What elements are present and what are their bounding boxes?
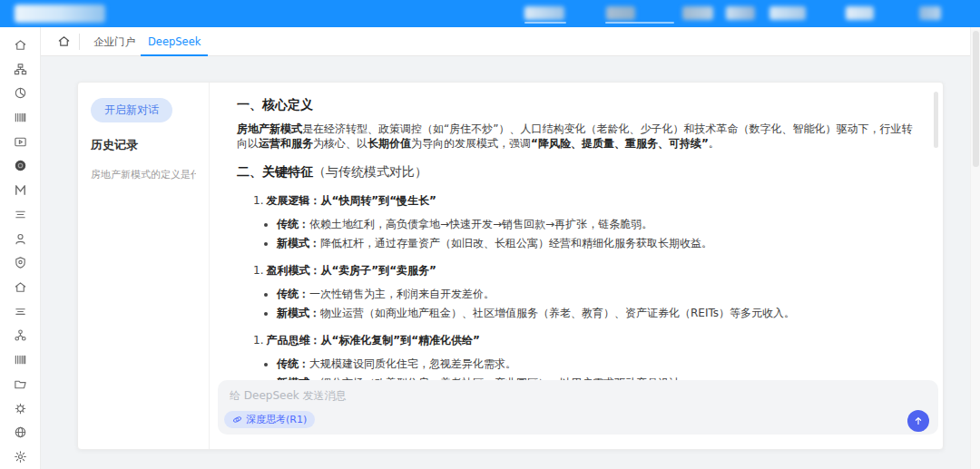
arrow-up-icon: [913, 415, 924, 426]
list-item-title: 1.盈利模式：从“卖房子”到“卖服务”: [253, 263, 919, 278]
tab-enterprise-portal[interactable]: 企业门户: [93, 27, 135, 56]
deep-think-toggle[interactable]: 深度思考(R1): [224, 411, 315, 428]
tab-deepseek[interactable]: DeepSeek: [148, 27, 201, 56]
media-folder-icon[interactable]: [0, 130, 41, 154]
bullet-list: 传统：依赖土地红利，高负债拿地→快速开发→销售回款→再扩张，链条脆弱。 新模式：…: [277, 217, 919, 250]
bullet: 传统：一次性销售为主，利润来自开发差价。: [277, 287, 919, 301]
page-scrollbar-thumb[interactable]: [973, 31, 979, 167]
definition-paragraph: 房地产新模式是在经济转型、政策调控（如“房住不炒”）、人口结构变化（老龄化、少子…: [237, 122, 919, 151]
globe-icon[interactable]: [0, 421, 41, 445]
pie-chart-icon[interactable]: [0, 81, 41, 105]
home-icon[interactable]: [0, 33, 41, 57]
gear-badge-icon[interactable]: [0, 396, 41, 421]
blurred-nav-item[interactable]: [682, 6, 713, 20]
menu-list-icon[interactable]: [0, 202, 41, 227]
tab-divider: [79, 34, 80, 50]
bullet-list: 传统：一次性销售为主，利润来自开发差价。 新模式：物业运营（如商业地产租金）、社…: [277, 287, 919, 320]
blurred-nav-item[interactable]: [769, 6, 806, 20]
page-scrollbar[interactable]: [970, 27, 980, 469]
bullet: 传统：大规模建设同质化住宅，忽视差异化需求。: [277, 357, 919, 371]
app-logo: [15, 5, 105, 23]
barcode-icon[interactable]: [0, 105, 41, 130]
list-item-title: 1.发展逻辑：从“快周转”到“慢生长”: [253, 193, 919, 209]
history-item[interactable]: 房地产新模式的定义是什么: [91, 168, 196, 181]
assistant-message: 一、核心定义 房地产新模式是在经济转型、政策调控（如“房住不炒”）、人口结构变化…: [210, 83, 943, 382]
folder-open-icon[interactable]: [0, 372, 41, 396]
nav-underline: [524, 22, 566, 24]
brand-dot-icon[interactable]: [0, 154, 41, 179]
bullet: 新模式：降低杠杆，通过存量资产（如旧改、长租公寓）经营和精细化服务获取长期收益。: [277, 236, 919, 250]
section-heading: 一、核心定义: [237, 97, 919, 113]
history-title: 历史记录: [91, 137, 196, 153]
shield-icon[interactable]: [0, 250, 41, 275]
blurred-nav-item[interactable]: [726, 6, 755, 20]
page-background: 开启新对话 历史记录 房地产新模式的定义是什么 一、核心定义 房地产新模式是在经…: [41, 56, 980, 469]
settings-gear-icon[interactable]: [0, 445, 41, 469]
tab-home-icon[interactable]: [57, 34, 74, 51]
user-icon[interactable]: [0, 227, 41, 251]
blurred-nav-item[interactable]: [524, 6, 564, 20]
app-header: [0, 0, 980, 27]
new-chat-button[interactable]: 开启新对话: [91, 98, 172, 122]
bullet-list: 传统：大规模建设同质化住宅，忽视差异化需求。 新模式：细分市场（改善型住房、养老…: [277, 357, 919, 382]
blurred-nav-item[interactable]: [919, 6, 941, 20]
org-chart-icon[interactable]: [0, 57, 41, 82]
message-input[interactable]: 给 DeepSeek 发送消息 深度思考(R1): [218, 380, 938, 435]
layers-icon[interactable]: [0, 299, 41, 324]
chat-pane: 一、核心定义 房地产新模式是在经济转型、政策调控（如“房住不炒”）、人口结构变化…: [210, 83, 943, 449]
list-item-title: 1.产品思维：从“标准化复制”到“精准化供给”: [253, 333, 919, 348]
message-scrollbar[interactable]: [934, 92, 938, 148]
tab-bar: 企业门户 DeepSeek: [41, 27, 980, 56]
left-icon-sidebar: [0, 27, 41, 469]
bullet: 传统：依赖土地红利，高负债拿地→快速开发→销售回款→再扩张，链条脆弱。: [277, 217, 919, 231]
bullet: 新模式：物业运营（如商业地产租金）、社区增值服务（养老、教育）、资产证券化（RE…: [277, 306, 919, 320]
network-icon[interactable]: [0, 324, 41, 348]
metro-m-icon[interactable]: [0, 178, 41, 202]
barcode-alt-icon[interactable]: [0, 347, 41, 372]
atom-icon: [232, 415, 242, 425]
send-button[interactable]: [907, 410, 929, 432]
chat-card: 开启新对话 历史记录 房地产新模式的定义是什么 一、核心定义 房地产新模式是在经…: [77, 82, 944, 450]
home-alt-icon[interactable]: [0, 275, 41, 299]
nav-underline: [605, 22, 674, 24]
input-placeholder: 给 DeepSeek 发送消息: [230, 388, 347, 404]
section-heading: 二、关键特征（与传统模式对比）: [237, 164, 919, 181]
blurred-nav-item[interactable]: [606, 6, 635, 20]
history-panel: 开启新对话 历史记录 房地产新模式的定义是什么: [78, 83, 210, 449]
blurred-nav-item[interactable]: [846, 6, 874, 20]
